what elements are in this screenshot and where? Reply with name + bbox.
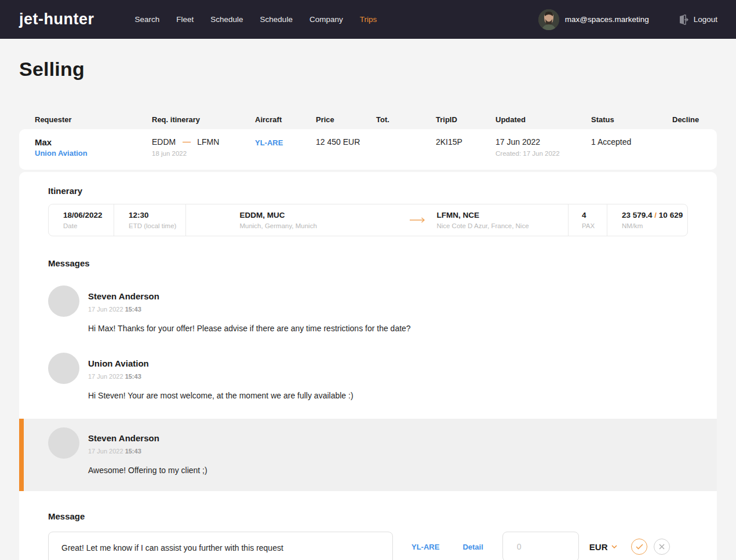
arrival-block: LFMN, NCE Nice Cote D Azur, France, Nice xyxy=(436,211,529,229)
route-from: EDDM xyxy=(152,137,176,147)
arrival-desc: Nice Cote D Azur, France, Nice xyxy=(436,222,529,229)
message-text: Hi Max! Thanks for your offer! Please ad… xyxy=(88,322,413,335)
requests-table-header: Requester Req. itinerary Aircraft Price … xyxy=(19,115,717,124)
pax-label: PAX xyxy=(582,222,607,229)
currency-dropdown[interactable]: EUR xyxy=(589,542,618,552)
check-icon xyxy=(636,544,643,550)
itinerary-pax-cell: 4 PAX xyxy=(569,204,607,236)
currency-code: EUR xyxy=(589,542,608,552)
route-date: 18 jun 2022 xyxy=(152,150,255,157)
itinerary-etd: 12:30 xyxy=(129,211,185,219)
table-row[interactable]: Max Union Aviation EDDM — LFMN 18 jun 20… xyxy=(19,129,717,170)
nav-item-schedule-1[interactable]: Schedule xyxy=(210,15,243,24)
app-logo[interactable]: jet-hunter xyxy=(19,10,94,28)
message-item: Union Aviation 17 Jun 2022 15:43 Hi Stev… xyxy=(48,353,688,402)
itinerary-etd-label: ETD (local time) xyxy=(129,222,185,229)
distance-label: NM/km xyxy=(622,222,687,229)
itinerary-date: 18/06/2022 xyxy=(63,211,114,219)
message-avatar xyxy=(48,286,79,317)
message-avatar xyxy=(48,353,79,384)
col-req-itinerary: Req. itinerary xyxy=(152,115,255,124)
status-badge: 1 Accepted xyxy=(591,137,672,147)
cell-price: 12 450 EUR xyxy=(316,137,376,147)
itinerary-route-cell: EDDM, MUC Munich, Germany, Munich LFMN, … xyxy=(186,204,569,236)
updated-date: 17 Jun 2022 xyxy=(495,137,591,147)
cancel-button[interactable] xyxy=(654,539,670,555)
messages-heading: Messages xyxy=(48,258,688,268)
arrival-code: LFMN, NCE xyxy=(436,211,529,219)
departure-code: EDDM, MUC xyxy=(239,211,409,219)
message-author: Union Aviation xyxy=(88,358,149,368)
col-updated: Updated xyxy=(495,115,591,124)
nav-item-trips[interactable]: Trips xyxy=(360,15,377,24)
requester-name: Max xyxy=(35,137,152,147)
message-timestamp: 17 Jun 2022 15:43 xyxy=(88,373,149,380)
nav-item-search[interactable]: Search xyxy=(135,15,160,24)
message-text: Awesome! Offering to my client ;) xyxy=(88,464,413,477)
logout-button[interactable]: Logout xyxy=(677,14,717,25)
col-requester: Requester xyxy=(35,115,152,124)
composer-heading: Message xyxy=(48,511,688,521)
aircraft-link[interactable]: YL-ARE xyxy=(255,138,316,147)
pax-value: 4 xyxy=(582,211,607,219)
cell-req-itinerary: EDDM — LFMN 18 jun 2022 xyxy=(152,137,255,157)
cell-tripid: 2KI15P xyxy=(436,137,495,147)
message-item: Steven Anderson 17 Jun 2022 15:43 Hi Max… xyxy=(48,286,688,335)
distance-separator: / xyxy=(654,211,657,219)
cell-updated: 17 Jun 2022 Created: 17 Jun 2022 xyxy=(495,137,591,157)
logout-icon xyxy=(677,14,688,25)
itinerary-distance-cell: 23 579.4 / 10 629 NM/km xyxy=(607,204,687,236)
col-tripid: TripID xyxy=(436,115,495,124)
message-avatar xyxy=(48,427,79,459)
message-text: Hi Steven! Your are most welcome, at the… xyxy=(88,389,413,402)
message-author: Steven Anderson xyxy=(88,291,159,301)
page-title: Selling xyxy=(19,58,717,80)
amount-input[interactable] xyxy=(502,532,579,560)
distance-nm: 23 579.4 xyxy=(622,211,653,219)
detail-link[interactable]: Detail xyxy=(462,543,483,551)
itinerary-heading: Itinerary xyxy=(48,186,688,196)
route-arrow-icon xyxy=(409,217,436,223)
request-detail-panel: Itinerary 18/06/2022 Date 12:30 ETD (loc… xyxy=(19,172,717,560)
logout-label: Logout xyxy=(694,15,717,24)
col-status: Status xyxy=(591,115,672,124)
top-navbar: jet-hunter Search Fleet Schedule Schedul… xyxy=(0,0,736,39)
cell-requester: Max Union Aviation xyxy=(35,137,152,158)
user-email: max@spaces.marketing xyxy=(565,15,649,24)
distance-km: 10 629 xyxy=(659,211,683,219)
message-author: Steven Anderson xyxy=(88,433,159,443)
composer: Great! Let me know if I can assist you f… xyxy=(48,532,688,560)
message-input[interactable]: Great! Let me know if I can assist you f… xyxy=(48,532,393,560)
send-confirm-button[interactable] xyxy=(631,539,647,555)
col-price: Price xyxy=(316,115,376,124)
departure-block: EDDM, MUC Munich, Germany, Munich xyxy=(239,211,409,229)
departure-desc: Munich, Germany, Munich xyxy=(239,222,409,229)
itinerary-card: 18/06/2022 Date 12:30 ETD (local time) E… xyxy=(48,204,688,236)
nav-item-schedule-2[interactable]: Schedule xyxy=(260,15,293,24)
route-to: LFMN xyxy=(197,137,219,147)
nav-item-company[interactable]: Company xyxy=(309,15,343,24)
close-icon xyxy=(659,544,665,550)
created-date: Created: 17 Jun 2022 xyxy=(495,150,591,157)
message-timestamp: 17 Jun 2022 15:43 xyxy=(88,448,159,455)
col-tot: Tot. xyxy=(376,115,436,124)
itinerary-etd-cell: 12:30 ETD (local time) xyxy=(114,204,186,236)
user-avatar[interactable] xyxy=(538,9,559,30)
route-dash: — xyxy=(183,137,190,147)
requester-company-link[interactable]: Union Aviation xyxy=(35,149,152,158)
chevron-down-icon xyxy=(611,545,617,548)
itinerary-date-label: Date xyxy=(63,222,114,229)
col-aircraft: Aircraft xyxy=(255,115,316,124)
message-item-highlighted: Steven Anderson 17 Jun 2022 15:43 Awesom… xyxy=(19,419,717,491)
message-timestamp: 17 Jun 2022 15:43 xyxy=(88,306,159,313)
col-decline: Decline xyxy=(672,115,701,124)
main-nav: Search Fleet Schedule Schedule Company T… xyxy=(135,15,377,24)
itinerary-date-cell: 18/06/2022 Date xyxy=(49,204,114,236)
composer-aircraft-link[interactable]: YL-ARE xyxy=(411,543,439,551)
nav-item-fleet[interactable]: Fleet xyxy=(176,15,194,24)
